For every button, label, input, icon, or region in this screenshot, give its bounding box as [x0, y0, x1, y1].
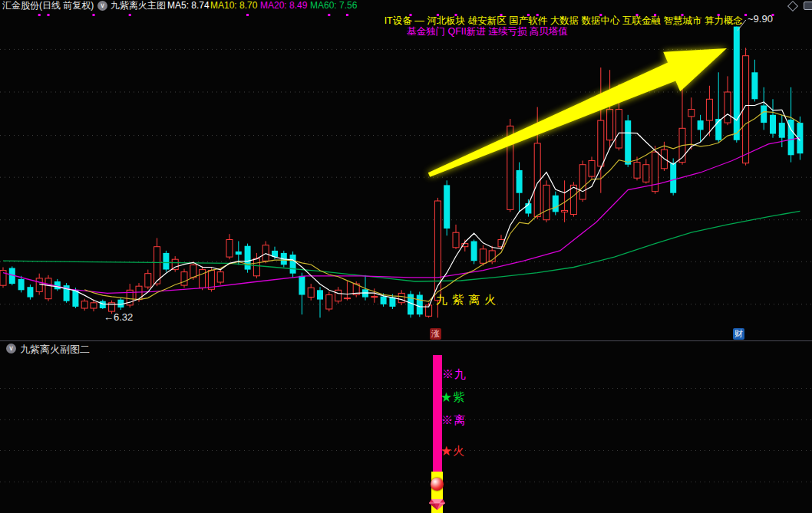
subpanel-gridline: [0, 450, 812, 451]
subpanel-gridline: [0, 419, 812, 420]
red-gem-icon: [428, 498, 446, 511]
stock-name-label: 汇金股份(日线 前复权): [2, 0, 94, 11]
subpanel-label-jiu: ※九: [442, 367, 467, 382]
rise-marker-badge[interactable]: 涨: [430, 328, 441, 340]
subpanel-gridline: [0, 482, 812, 482]
subpanel-title-dots: [109, 351, 205, 352]
stock-title[interactable]: 汇金股份(日线 前复权): [2, 0, 94, 11]
chevron-down-icon[interactable]: ∨: [97, 1, 107, 11]
red-ball-icon: [431, 478, 444, 491]
indicator-signal-label: 九紫离火: [436, 293, 500, 307]
main-indicator-name[interactable]: 九紫离火主图: [111, 0, 166, 11]
ma10-legend: MA10: 8.70: [210, 0, 257, 11]
main-chart[interactable]: [0, 0, 812, 341]
subpanel-indicator-name[interactable]: 九紫离火副图二: [20, 343, 90, 357]
subpanel-gridline: [0, 388, 812, 389]
subpanel-label-zi: ★紫: [441, 390, 465, 405]
ma60-legend: MA60: 7.56: [310, 0, 357, 11]
subpanel-label-li: ※离: [441, 413, 466, 428]
ma5-legend: MA5: 8.74: [167, 0, 210, 11]
ma20-legend: MA20: 8.49: [260, 0, 307, 11]
panel-divider[interactable]: [0, 340, 812, 341]
panel-layout-icon[interactable]: [804, 2, 812, 10]
sector-tags-line2[interactable]: 基金独门 QFII新进 连续亏损 高贝塔值: [407, 25, 568, 38]
high-price-label: ~9.90: [748, 13, 773, 25]
wealth-marker-badge[interactable]: 财: [733, 328, 744, 340]
trading-app-window: 汇金股份(日线 前复权) ∨ 九紫离火主图 MA5: 8.74 MA10: 8.…: [0, 0, 812, 513]
subpanel-chevron-down-icon[interactable]: ∨: [6, 344, 16, 354]
subpanel-label-huo: ★火: [441, 444, 465, 459]
low-price-label: ←6.32: [104, 311, 133, 323]
